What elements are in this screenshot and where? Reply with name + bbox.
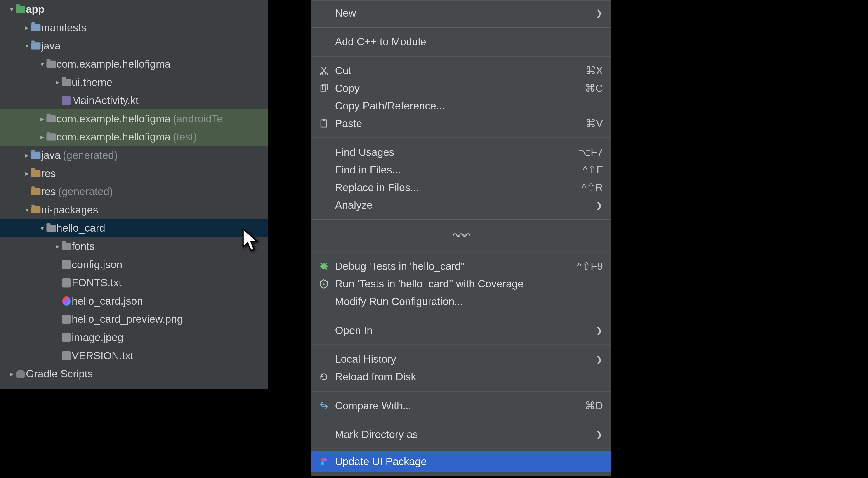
tree-node-image-jpeg[interactable]: ▸ image.jpeg	[0, 328, 268, 347]
chevron-down-icon: ▾	[39, 55, 46, 72]
node-label: Gradle Scripts	[26, 365, 93, 382]
menu-shortcut: ⌘V	[585, 117, 603, 130]
menu-separator	[311, 27, 611, 28]
svg-point-8	[323, 458, 327, 461]
folder-icon	[61, 241, 72, 251]
menu-item-cut[interactable]: Cut ⌘X	[311, 62, 611, 79]
menu-label: Update UI Package	[335, 455, 603, 468]
menu-label: Paste	[335, 117, 585, 130]
menu-item-mark-directory[interactable]: Mark Directory as ❯	[311, 425, 611, 443]
menu-shortcut: ⌘X	[585, 64, 603, 77]
menu-item-find-usages[interactable]: Find Usages ⌥F7	[311, 143, 611, 161]
compare-icon	[318, 400, 329, 411]
tree-node-hello-card[interactable]: ▾ hello_card	[0, 219, 268, 237]
menu-item-replace-in-files[interactable]: Replace in Files... ^⇧R	[311, 179, 611, 196]
node-label: java	[41, 146, 61, 164]
res-folder-icon	[31, 204, 41, 215]
tree-node-config-json[interactable]: ▸ config.json	[0, 255, 268, 273]
menu-item-compare-with[interactable]: Compare With... ⌘D	[311, 397, 611, 415]
menu-item-find-in-files[interactable]: Find in Files... ^⇧F	[311, 161, 611, 179]
menu-label: Local History	[335, 353, 596, 365]
submenu-arrow-icon: ❯	[596, 326, 603, 335]
chevron-down-icon: ▾	[24, 37, 31, 55]
node-label: ui-packages	[41, 201, 98, 218]
tree-node-fonts-txt[interactable]: ▸ FONTS.txt	[0, 273, 268, 292]
folder-icon	[31, 22, 41, 33]
node-label: hello_card	[57, 219, 105, 237]
menu-item-update-ui-package[interactable]: Update UI Package	[311, 451, 611, 472]
tree-node-version-txt[interactable]: ▸ VERSION.txt	[0, 346, 268, 364]
menu-item-debug-tests[interactable]: Debug 'Tests in 'hello_card'' ^⇧F9	[311, 258, 611, 275]
node-label: app	[26, 0, 44, 18]
chevron-right-icon: ▸	[24, 19, 31, 36]
submenu-arrow-icon: ❯	[596, 8, 603, 18]
tree-node-pkg-main[interactable]: ▾ com.example.hellofigma	[0, 55, 268, 73]
tree-node-ui-packages[interactable]: ▾ ui-packages	[0, 201, 268, 219]
tree-node-manifests[interactable]: ▸ manifests	[0, 18, 268, 37]
tree-node-pkg-test[interactable]: ▸ com.example.hellofigma (test)	[0, 127, 268, 146]
tree-node-hello-card-preview[interactable]: ▸ hello_card_preview.png	[0, 310, 268, 328]
menu-separator	[311, 391, 611, 392]
text-file-icon	[61, 277, 72, 288]
tree-node-gradle-scripts[interactable]: ▸ Gradle Scripts	[0, 364, 268, 383]
node-label: java	[41, 37, 61, 55]
node-label: hello_card_preview.png	[72, 310, 183, 328]
node-suffix: (androidTe	[173, 110, 223, 127]
chevron-down-icon: ▾	[24, 201, 31, 218]
tree-node-hello-card-json[interactable]: ▸ hello_card.json	[0, 292, 268, 310]
node-suffix: (generated)	[63, 146, 118, 164]
project-tree: ▾ app ▸ manifests ▾ java ▾ com.example.h…	[0, 0, 268, 389]
image-file-icon	[61, 332, 72, 342]
menu-separator	[311, 474, 611, 475]
node-label: FONTS.txt	[72, 274, 122, 291]
chevron-right-icon: ▸	[54, 73, 61, 91]
node-label: image.jpeg	[72, 328, 123, 346]
menu-label: Copy Path/Reference...	[335, 100, 603, 112]
gradle-icon	[16, 368, 26, 379]
menu-item-local-history[interactable]: Local History ❯	[311, 351, 611, 368]
res-folder-icon	[31, 186, 41, 197]
menu-label: Open In	[335, 324, 596, 337]
menu-item-new[interactable]: New ❯	[311, 4, 611, 22]
node-label: com.example.hellofigma	[57, 110, 170, 127]
menu-item-paste[interactable]: Paste ⌘V	[311, 115, 611, 132]
menu-item-analyze[interactable]: Analyze ❯	[311, 196, 611, 214]
chevron-right-icon: ▸	[54, 237, 61, 255]
menu-separator	[311, 56, 611, 57]
reload-icon	[318, 371, 329, 382]
coverage-icon	[318, 278, 329, 289]
menu-item-run-coverage[interactable]: Run 'Tests in 'hello_card'' with Coverag…	[311, 275, 611, 293]
node-label: res	[41, 165, 56, 182]
menu-label: Run 'Tests in 'hello_card'' with Coverag…	[335, 278, 603, 290]
tree-node-res[interactable]: ▸ res	[0, 164, 268, 182]
menu-label: Cut	[335, 64, 585, 77]
tree-node-pkg-androidtest[interactable]: ▸ com.example.hellofigma (androidTe	[0, 110, 268, 128]
menu-label: Compare With...	[335, 399, 585, 412]
tree-node-res-gen[interactable]: ▸ res (generated)	[0, 182, 268, 201]
menu-item-reload-disk[interactable]: Reload from Disk	[311, 368, 611, 386]
tree-node-java[interactable]: ▾ java	[0, 36, 268, 55]
tree-node-fonts[interactable]: ▸ fonts	[0, 237, 268, 255]
tree-node-java-gen[interactable]: ▸ java (generated)	[0, 146, 268, 164]
menu-item-add-cpp[interactable]: Add C++ to Module	[311, 33, 611, 51]
tree-node-main-activity[interactable]: ▸ MainActivity.kt	[0, 91, 268, 110]
menu-separator	[311, 345, 611, 345]
figma-icon	[318, 456, 329, 467]
svg-rect-5	[322, 119, 325, 121]
menu-label: Replace in Files...	[335, 181, 582, 194]
menu-item-copy-path[interactable]: Copy Path/Reference...	[311, 97, 611, 115]
menu-item-open-in[interactable]: Open In ❯	[311, 322, 611, 339]
context-menu: New ❯ Add C++ to Module Cut ⌘X Copy ⌘C	[311, 0, 611, 476]
menu-collapsed-indicator: 〰	[311, 221, 611, 250]
tree-node-app[interactable]: ▾ app	[0, 0, 268, 18]
chevron-down-icon: ▾	[39, 219, 46, 237]
tree-node-ui-theme[interactable]: ▸ ui.theme	[0, 73, 268, 91]
text-file-icon	[61, 350, 72, 361]
chevron-right-icon: ▸	[39, 110, 46, 127]
chevron-right-icon: ▸	[39, 128, 46, 146]
menu-separator	[311, 449, 611, 449]
menu-item-copy[interactable]: Copy ⌘C	[311, 79, 611, 97]
menu-label: Copy	[335, 82, 585, 94]
copy-icon	[318, 83, 329, 94]
menu-item-modify-run-config[interactable]: Modify Run Configuration...	[311, 293, 611, 310]
